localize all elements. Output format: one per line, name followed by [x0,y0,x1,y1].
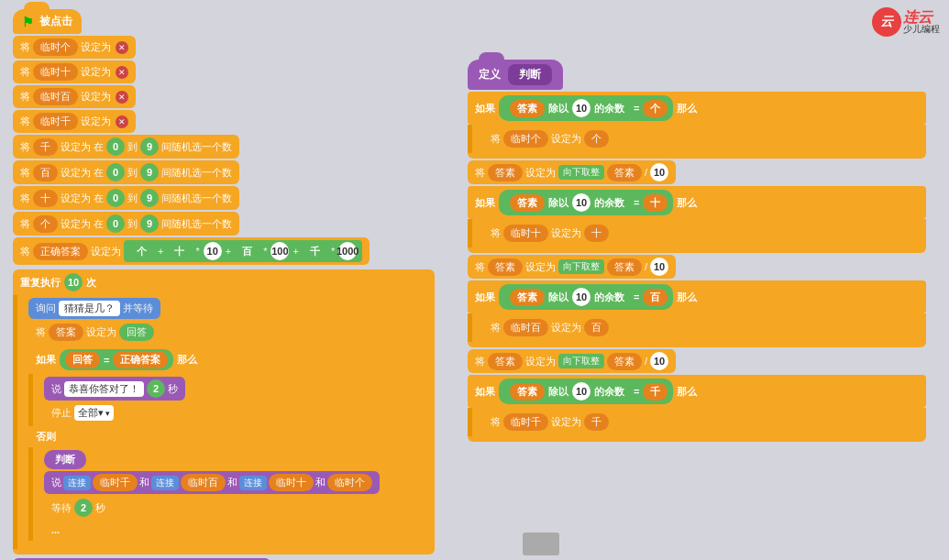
set-dasu-floor-1: 将 答素 设定为 向下取整 答素 / 10 [468,160,926,184]
stop-all-1: 停止 全部▾ [44,402,429,423]
call-判断: 判断 [44,450,429,469]
set-tempbai-3: 将 临时百 设定为 百 [483,316,923,339]
say-correct: 说 恭喜你答对了！ 2 秒 [44,377,429,401]
logo: 云 连云 少儿编程 [872,7,940,37]
if-block: 如果 回答 = 正确答案 那么 说 恭喜你答对了！ 2 秒 停止 全部▾ 否则 … [28,346,432,546]
if-block-1: 如果 答素 除以 10 的余数 = 个 那么 将 临时个 设定为 个 [468,92,926,159]
func-name: 判断 [508,64,552,85]
set-answer: 将 答案 设定为 回答 [28,321,432,344]
set-dasu-floor-2: 将 答素 设定为 向下取整 答素 / 10 [468,255,926,279]
repeat-block: 重复执行 10 次 询问 猜猜是几？ 并等待 将 答案 设定为 回答 如果 回答… [13,269,435,555]
logo-text: 连云 [903,10,940,25]
right-script: 定义 判断 如果 答素 除以 10 的余数 = 个 那么 将 临时个 设定为 个… [468,60,926,442]
define-block: 定义 判断 [468,60,926,90]
if-block-4: 如果 答素 除以 10 的余数 = 千 那么 将 临时千 设定为 千 [468,375,926,442]
left-script: ⚑ 被点击 将 临时个 设定为 ✕ 将 临时十 设定为 ✕ 将 临时百 设定为 … [13,9,435,560]
define-label: 定义 [479,67,501,82]
flag-icon: ⚑ [22,15,34,29]
set-ge-random: 将 个 设定为 在 0 到 9 间随机选一个数 [13,212,435,236]
set-bai-random: 将 百 设定为 在 0 到 9 间随机选一个数 [13,160,435,184]
set-qian-random: 将 千 设定为 在 0 到 9 间随机选一个数 [13,135,435,159]
set-formula: 将 正确答案 设定为 个 + 十 * 10 + 百 * 100 + 千 * 10… [13,237,435,265]
scroll-indicator [523,533,559,555]
set-tempge-1: 将 临时个 设定为 个 [483,127,923,150]
if-block-3: 如果 答素 除以 10 的余数 = 百 那么 将 临时百 设定为 百 [468,280,926,347]
set-shi-random: 将 十 设定为 在 0 到 9 间随机选一个数 [13,186,435,210]
stop-partial: ... [44,522,429,538]
logo-icon: 云 [872,7,901,37]
set-tempshi-2: 将 临时十 设定为 十 [483,222,923,245]
say-join-qian: 说 连接 临时千 和 连接 临时百 和 连接 临时十 和 临时个 [44,471,429,494]
set-temp-ge: 将 临时个 设定为 ✕ [13,36,435,59]
set-temp-shi: 将 临时十 设定为 ✕ [13,60,435,83]
set-tempqian-4: 将 临时千 设定为 千 [483,411,923,434]
logo-sub: 少儿编程 [903,25,940,34]
hat-label: 被点击 [39,14,72,29]
hat-block: ⚑ 被点击 [13,9,435,34]
set-dasu-floor-3: 将 答素 设定为 向下取整 答素 / 10 [468,349,926,373]
set-temp-bai: 将 临时百 设定为 ✕ [13,85,435,108]
if-block-2: 如果 答素 除以 10 的余数 = 十 那么 将 临时十 设定为 十 [468,186,926,253]
ask-block: 询问 猜猜是几？ 并等待 [28,298,432,319]
set-temp-qian: 将 临时千 设定为 ✕ [13,110,435,133]
wait-2sec: 等待 2 秒 [44,496,429,520]
